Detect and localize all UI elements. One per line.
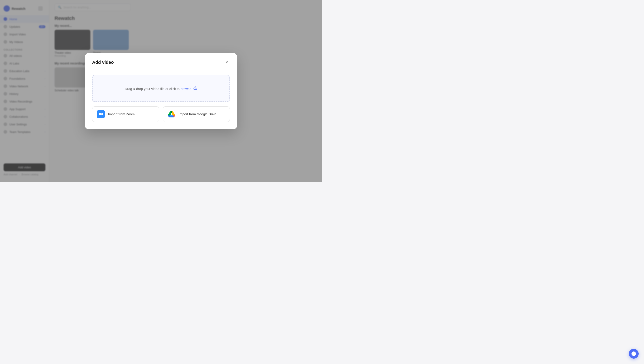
google-drive-icon: [168, 110, 176, 118]
import-options-row: Import from Zoom Import from Google Driv…: [92, 106, 230, 122]
import-gdrive-button[interactable]: Import from Google Drive: [163, 106, 230, 122]
modal-title: Add video: [92, 60, 114, 65]
drop-zone-text: Drag & drop your video file or click to …: [98, 86, 224, 91]
import-gdrive-label: Import from Google Drive: [179, 112, 216, 116]
modal-header: Add video ×: [92, 59, 230, 66]
file-drop-zone[interactable]: Drag & drop your video file or click to …: [92, 75, 230, 102]
drop-zone-instruction: Drag & drop your video file or click to: [125, 87, 180, 91]
browse-link[interactable]: browse: [180, 87, 191, 91]
svg-rect-1: [99, 113, 102, 115]
modal-divider: [92, 70, 230, 70]
import-zoom-button[interactable]: Import from Zoom: [92, 106, 159, 122]
modal-overlay[interactable]: Add video × Drag & drop your video file …: [0, 0, 322, 182]
zoom-icon: [97, 110, 105, 118]
import-zoom-label: Import from Zoom: [108, 112, 134, 116]
upload-icon: [193, 86, 197, 90]
modal-close-button[interactable]: ×: [224, 59, 230, 66]
add-video-modal: Add video × Drag & drop your video file …: [85, 53, 237, 129]
